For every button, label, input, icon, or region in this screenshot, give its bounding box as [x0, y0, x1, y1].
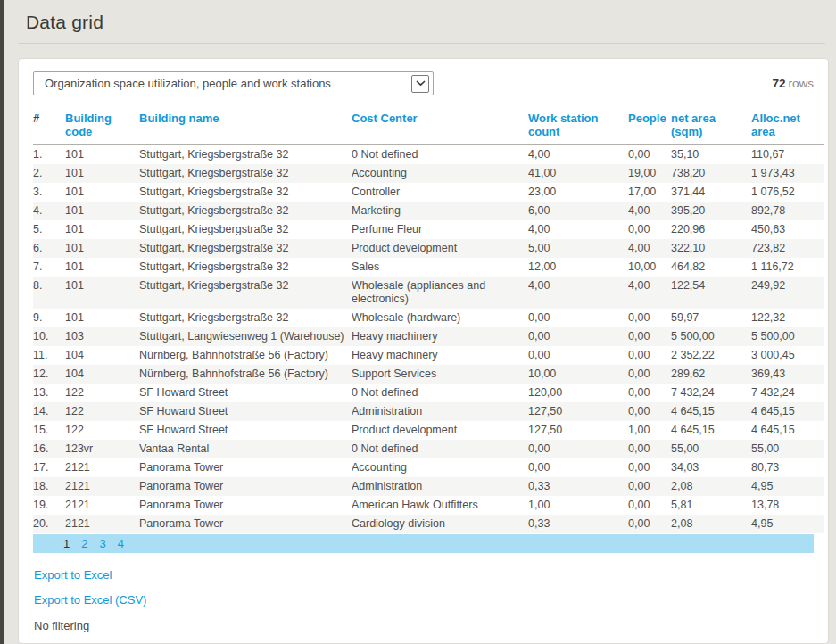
export-csv-link[interactable]: Export to Excel (CSV): [34, 593, 814, 607]
table-cell: 220,96: [671, 220, 751, 239]
table-cell: 2121: [65, 496, 139, 515]
table-cell: Stuttgart, Kriegsbergstraße 32: [139, 277, 352, 309]
table-cell: 101: [65, 202, 139, 220]
table-cell: 5 500,00: [671, 327, 751, 346]
table-cell: 4,00: [628, 202, 671, 220]
table-cell: 17.: [33, 458, 65, 477]
row-count: 72rows: [772, 77, 814, 90]
table-cell: 4,00: [528, 220, 628, 239]
table-cell: 80,73: [751, 458, 824, 477]
table-cell: 2 352,22: [671, 346, 751, 365]
table-cell: 0 Not defined: [352, 145, 528, 165]
table-row: 20.2121Panorama TowerCardiology division…: [33, 515, 824, 533]
table-cell: 7 432,24: [671, 384, 751, 402]
page-number-2[interactable]: 2: [81, 537, 87, 550]
table-cell: 0,00: [628, 515, 671, 533]
table-row: 2.101Stuttgart, Kriegsbergstraße 32Accou…: [33, 164, 824, 183]
table-cell: 0,00: [528, 440, 628, 458]
table-cell: SF Howard Street: [139, 384, 352, 402]
table-cell: 101: [65, 309, 139, 327]
chevron-down-icon[interactable]: [411, 75, 429, 93]
table-cell: 5,00: [528, 239, 628, 258]
table-cell: Panorama Tower: [139, 515, 352, 533]
table-cell: Accounting: [352, 458, 528, 477]
table-row: 11.104Nürnberg, Bahnhofstraße 56 (Factor…: [33, 346, 824, 365]
table-row: 7.101Stuttgart, Kriegsbergstraße 32Sales…: [33, 258, 824, 277]
table-row: 5.101Stuttgart, Kriegsbergstraße 32Perfu…: [33, 220, 824, 239]
table-cell: 0,00: [628, 327, 671, 346]
table-cell: Stuttgart, Kriegsbergstraße 32: [139, 309, 352, 327]
table-cell: 2121: [65, 515, 139, 533]
table-cell: 0,33: [528, 477, 628, 496]
table-cell: 127,50: [528, 421, 628, 440]
table-cell: 23,00: [528, 183, 628, 202]
table-cell: SF Howard Street: [139, 402, 352, 421]
table-cell: Stuttgart, Kriegsbergstraße 32: [139, 239, 352, 258]
table-cell: 13,78: [751, 496, 824, 515]
table-row: 1.101Stuttgart, Kriegsbergstraße 320 Not…: [33, 145, 824, 165]
table-cell: 101: [65, 277, 139, 309]
table-cell: 0,00: [628, 402, 671, 421]
window-left-edge: [0, 0, 4, 644]
table-cell: 4,95: [751, 477, 824, 496]
table-cell: Administration: [352, 477, 528, 496]
table-cell: 35,10: [671, 145, 751, 165]
table-cell: 2,08: [671, 477, 751, 496]
table-cell: 4,95: [751, 515, 824, 533]
table-cell: 0,00: [628, 145, 671, 165]
table-cell: 0,00: [628, 477, 671, 496]
page-number-1: 1: [63, 537, 70, 550]
table-cell: 395,20: [671, 202, 751, 220]
table-cell: 101: [65, 145, 139, 165]
export-excel-link[interactable]: Export to Excel: [34, 568, 814, 582]
column-header-alloc-net-area[interactable]: Alloc.net area: [751, 111, 824, 145]
table-cell: Administration: [352, 402, 528, 421]
table-cell: 7.: [33, 258, 65, 277]
column-header-building-code[interactable]: Building code: [65, 111, 139, 145]
table-row: 14.122SF Howard StreetAdministration127,…: [33, 402, 824, 421]
report-selector[interactable]: Organization space utilization, people a…: [33, 71, 434, 95]
column-header-building-name[interactable]: Building name: [139, 111, 352, 145]
table-cell: 1,00: [628, 421, 671, 440]
table-cell: 104: [65, 346, 139, 365]
column-header-cost-center[interactable]: Cost Center: [352, 111, 528, 145]
table-cell: 15.: [33, 421, 65, 440]
table-cell: Product development: [352, 239, 528, 258]
table-cell: 464,82: [671, 258, 751, 277]
table-cell: Perfume Fleur: [352, 220, 528, 239]
table-cell: 4 645,15: [671, 421, 751, 440]
table-cell: 0 Not defined: [352, 440, 528, 458]
table-cell: Panorama Tower: [139, 477, 352, 496]
table-cell: 8.: [33, 277, 65, 309]
column-header-net-area[interactable]: net area (sqm): [671, 111, 751, 145]
column-header-work-station-count[interactable]: Work station count: [528, 111, 628, 145]
table-cell: 5,81: [671, 496, 751, 515]
page-number-3[interactable]: 3: [99, 537, 105, 550]
table-cell: 289,62: [671, 365, 751, 384]
column-header-people[interactable]: People: [628, 111, 671, 145]
table-cell: 18.: [33, 477, 65, 496]
table-cell: 4.: [33, 202, 65, 220]
table-cell: Nürnberg, Bahnhofstraße 56 (Factory): [139, 346, 352, 365]
table-cell: Vantaa Rental: [139, 440, 352, 458]
table-cell: 101: [65, 164, 139, 183]
table-cell: 4,00: [628, 239, 671, 258]
table-row: 16.123vrVantaa Rental0 Not defined0,000,…: [33, 440, 824, 458]
table-cell: 101: [65, 220, 139, 239]
table-cell: Stuttgart, Kriegsbergstraße 32: [139, 164, 352, 183]
data-grid-table: #Building codeBuilding nameCost CenterWo…: [33, 111, 824, 533]
table-cell: 4,00: [628, 277, 671, 309]
table-cell: 123vr: [65, 440, 139, 458]
table-cell: 41,00: [528, 164, 628, 183]
table-cell: 4 645,15: [751, 402, 824, 421]
table-cell: 34,03: [671, 458, 751, 477]
table-cell: 2121: [65, 458, 139, 477]
page-number-4[interactable]: 4: [118, 537, 124, 550]
table-row: 15.122SF Howard StreetProduct developmen…: [33, 421, 824, 440]
table-cell: 5.: [33, 220, 65, 239]
row-count-value: 72: [772, 77, 785, 90]
table-cell: 103: [65, 327, 139, 346]
table-cell: 1,00: [528, 496, 628, 515]
table-cell: 101: [65, 258, 139, 277]
table-cell: 12,00: [528, 258, 628, 277]
